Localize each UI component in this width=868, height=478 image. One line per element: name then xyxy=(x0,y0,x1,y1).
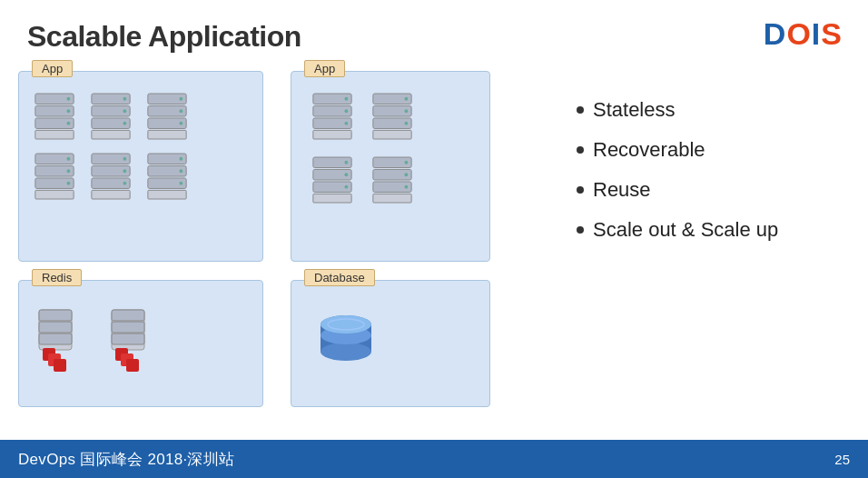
svg-rect-31 xyxy=(92,190,130,199)
bullet-dot-4 xyxy=(577,226,584,234)
svg-rect-72 xyxy=(39,322,72,333)
box-app-left: App xyxy=(18,71,263,262)
svg-point-54 xyxy=(404,109,408,113)
svg-rect-78 xyxy=(112,310,144,321)
bullet-item-2: Recoverable xyxy=(577,138,778,162)
server-grid-right xyxy=(310,92,420,210)
bullet-item-1: Stateless xyxy=(577,98,778,122)
bullet-item-3: Reuse xyxy=(577,178,778,202)
svg-rect-83 xyxy=(126,359,139,372)
svg-point-32 xyxy=(123,157,126,161)
svg-point-4 xyxy=(66,97,70,101)
svg-point-86 xyxy=(321,343,371,361)
box-app-right: App xyxy=(291,71,490,262)
svg-rect-10 xyxy=(92,130,130,139)
bullet-text-3: Reuse xyxy=(593,178,651,202)
box-database: Database xyxy=(291,280,490,407)
app-right-label: App xyxy=(304,60,345,77)
svg-rect-45 xyxy=(313,130,351,139)
app-left-label: App xyxy=(32,60,73,77)
server-icon-6 xyxy=(144,152,190,201)
svg-point-60 xyxy=(344,161,348,164)
footer-page: 25 xyxy=(834,452,850,467)
bullet-dot-1 xyxy=(577,106,584,114)
box-redis: Redis xyxy=(18,280,263,407)
svg-point-61 xyxy=(344,173,348,176)
svg-point-19 xyxy=(179,109,182,113)
svg-point-53 xyxy=(404,97,408,101)
bullet-dot-3 xyxy=(577,186,584,194)
db-icon xyxy=(313,308,379,381)
server-icon-1 xyxy=(32,92,77,141)
server-grid-left xyxy=(32,92,195,206)
server-icon-2 xyxy=(88,92,133,141)
slide-title: Scalable Application xyxy=(27,20,301,54)
svg-point-46 xyxy=(344,97,348,101)
bottom-bar: DevOps 国际峰会 2018·深圳站 25 xyxy=(0,440,868,478)
svg-point-11 xyxy=(123,97,126,101)
logo-d: D xyxy=(764,16,787,51)
svg-rect-52 xyxy=(373,130,411,139)
logo-o: O xyxy=(786,16,811,51)
svg-point-26 xyxy=(66,169,70,173)
svg-rect-38 xyxy=(148,190,186,199)
svg-point-40 xyxy=(179,169,182,173)
svg-point-48 xyxy=(344,122,348,125)
bullet-list: Stateless Recoverable Reuse Scale out & … xyxy=(577,98,778,258)
svg-point-5 xyxy=(66,109,70,113)
database-icon xyxy=(313,308,379,384)
diagram-area: App xyxy=(18,71,554,416)
logo-i: I xyxy=(812,16,821,51)
server-icon-5 xyxy=(88,152,133,201)
server-icon-10 xyxy=(370,155,415,204)
svg-point-67 xyxy=(404,161,408,164)
logo: DOIS xyxy=(764,16,843,52)
svg-rect-73 xyxy=(39,334,72,344)
server-icon-4 xyxy=(32,152,77,201)
redis-icon-2 xyxy=(104,308,163,373)
svg-point-62 xyxy=(344,185,348,189)
bullet-text-1: Stateless xyxy=(593,98,676,122)
bullet-text-4: Scale out & Scale up xyxy=(593,218,778,242)
server-icon-8 xyxy=(370,92,415,141)
database-label: Database xyxy=(304,269,375,286)
svg-point-41 xyxy=(179,182,182,185)
logo-s: S xyxy=(821,16,843,51)
svg-point-20 xyxy=(179,122,182,125)
svg-point-68 xyxy=(404,173,408,176)
svg-rect-80 xyxy=(112,334,144,344)
bullet-dot-2 xyxy=(577,146,584,154)
svg-point-69 xyxy=(404,185,408,189)
svg-point-55 xyxy=(404,122,408,125)
svg-rect-3 xyxy=(35,130,74,139)
svg-rect-17 xyxy=(148,130,186,139)
svg-point-27 xyxy=(66,182,70,185)
svg-rect-71 xyxy=(39,310,72,321)
server-icon-3 xyxy=(144,92,190,141)
svg-point-47 xyxy=(344,109,348,113)
svg-rect-76 xyxy=(54,359,66,372)
svg-point-18 xyxy=(179,97,182,101)
svg-point-6 xyxy=(66,122,70,125)
redis-icons xyxy=(32,308,163,373)
svg-point-12 xyxy=(123,109,126,113)
svg-point-13 xyxy=(123,122,126,125)
bullet-text-2: Recoverable xyxy=(593,138,705,162)
server-icon-7 xyxy=(310,92,355,141)
slide-container: Scalable Application DOIS App xyxy=(0,0,868,478)
svg-rect-59 xyxy=(313,194,351,203)
svg-point-34 xyxy=(123,182,126,185)
svg-rect-24 xyxy=(35,190,74,199)
bullet-item-4: Scale out & Scale up xyxy=(577,218,778,242)
svg-point-39 xyxy=(179,157,182,161)
redis-icon-1 xyxy=(32,308,90,373)
svg-point-33 xyxy=(123,169,126,173)
svg-rect-66 xyxy=(373,194,411,203)
svg-point-25 xyxy=(66,157,70,161)
redis-label: Redis xyxy=(32,269,82,286)
footer-text: DevOps 国际峰会 2018·深圳站 xyxy=(18,449,234,470)
svg-rect-79 xyxy=(112,322,144,333)
server-icon-9 xyxy=(310,155,355,204)
